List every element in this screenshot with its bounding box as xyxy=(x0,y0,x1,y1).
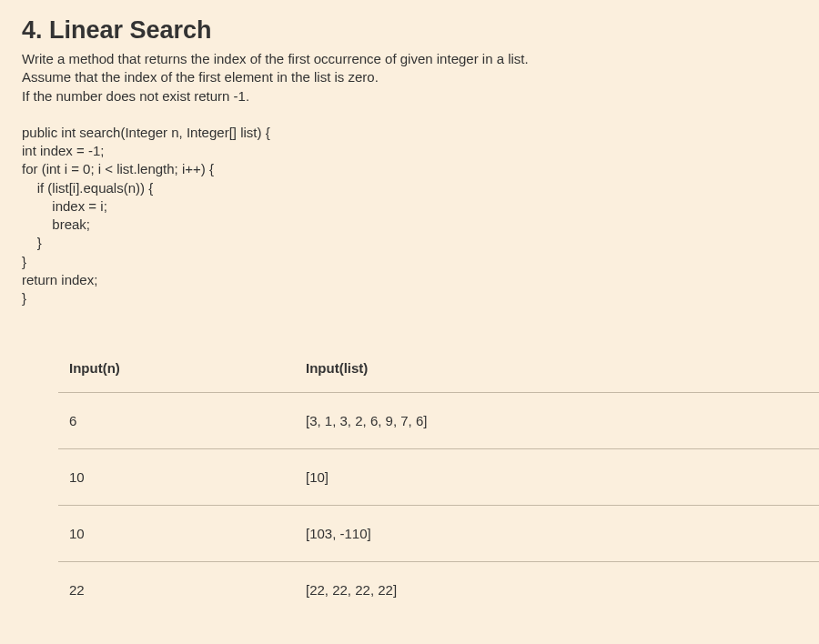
table-row: 10 [103, -110] xyxy=(58,506,819,562)
table-cell-n: 6 xyxy=(58,393,295,449)
table-cell-n: 22 xyxy=(58,562,295,619)
test-cases-table: Input(n) Input(list) 6 [3, 1, 3, 2, 6, 9… xyxy=(58,344,819,618)
table-cell-list: [22, 22, 22, 22] xyxy=(295,562,819,619)
table-header-list: Input(list) xyxy=(295,344,819,393)
code-block: public int search(Integer n, Integer[] l… xyxy=(22,124,797,308)
table-cell-n: 10 xyxy=(58,506,295,562)
table-cell-list: [3, 1, 3, 2, 6, 9, 7, 6] xyxy=(295,393,819,449)
problem-description: Write a method that returns the index of… xyxy=(22,50,797,106)
table-row: 6 [3, 1, 3, 2, 6, 9, 7, 6] xyxy=(58,393,819,449)
table-cell-n: 10 xyxy=(58,449,295,506)
table-cell-list: [10] xyxy=(295,449,819,506)
table-row: 22 [22, 22, 22, 22] xyxy=(58,562,819,619)
section-heading: 4. Linear Search xyxy=(22,16,797,45)
table-cell-list: [103, -110] xyxy=(295,506,819,562)
table-header-n: Input(n) xyxy=(58,344,295,393)
table-row: 10 [10] xyxy=(58,449,819,506)
table-header-row: Input(n) Input(list) xyxy=(58,344,819,393)
